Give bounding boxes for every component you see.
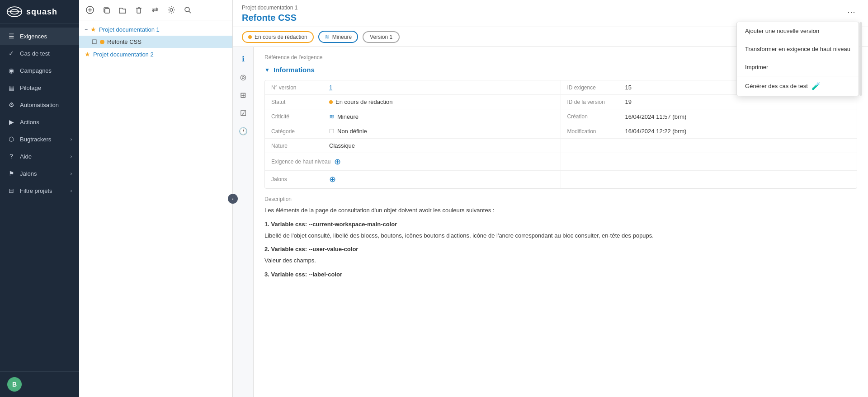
info-cell-statut: Statut En cours de rédaction: [265, 95, 561, 109]
avatar[interactable]: B: [7, 377, 22, 392]
add-exigence-button[interactable]: ⊕: [334, 157, 341, 167]
star-icon: ★: [90, 26, 96, 33]
description-label: Description: [264, 196, 857, 202]
sidebar-item-label: Pilotage: [20, 84, 41, 91]
criticite-icon: ≋: [325, 33, 330, 40]
variable-text-2: Valeur des champs.: [264, 256, 857, 266]
criticite-value: ≋ Mineure: [329, 113, 359, 120]
cas-test-icon: ✓: [7, 49, 15, 57]
criticite-label: Mineure: [332, 34, 352, 40]
version-badge[interactable]: Version 1: [363, 31, 400, 43]
add-jalon-button[interactable]: ⊕: [329, 174, 336, 184]
variable-title-2: 2. Variable css: --user-value-color: [264, 245, 857, 254]
side-tab-grid[interactable]: ⊞: [235, 87, 251, 103]
sidebar-item-label: Actions: [20, 119, 39, 126]
status-badge[interactable]: En cours de rédaction: [242, 31, 314, 43]
collapse-icon: −: [85, 26, 88, 33]
id-version-value: 19: [625, 98, 632, 105]
variable-title-1: 1. Variable css: --current-workspace-mai…: [264, 220, 857, 229]
version-value[interactable]: 1: [329, 84, 332, 91]
sidebar-item-actions[interactable]: ▶ Actions: [0, 113, 79, 131]
info-cell-modification: Modification 16/04/2024 12:22 (brm): [561, 124, 857, 139]
info-cell-categorie: Catégorie ☐ Non définie: [265, 124, 561, 139]
side-tab-target[interactable]: ◎: [235, 69, 251, 85]
target-icon: ◎: [240, 73, 246, 81]
criticite-label-text: Criticité: [271, 113, 326, 120]
project1-label: Projet documentation 1: [99, 26, 160, 33]
folder-button[interactable]: [116, 4, 129, 16]
sidebar-item-label: Filtre projets: [20, 187, 52, 194]
dropdown-generate-tests[interactable]: Générer des cas de test 🧪: [737, 76, 859, 96]
sidebar-item-label: Automatisation: [20, 102, 59, 108]
minor-icon: ≋: [329, 113, 335, 120]
statut-label: Statut: [271, 99, 326, 105]
modification-label: Modification: [567, 128, 622, 135]
statut-value: En cours de rédaction: [329, 98, 392, 105]
sidebar-item-pilotage[interactable]: ▦ Pilotage: [0, 79, 79, 96]
sidebar-item-label: Jalons: [20, 170, 37, 177]
generate-tests-label: Générer des cas de test: [745, 83, 808, 89]
statut-text: En cours de rédaction: [335, 98, 392, 105]
sidebar-item-bugtrackers[interactable]: ⬡ Bugtrackers ›: [0, 131, 79, 148]
dropdown-add-version[interactable]: Ajouter une nouvelle version: [737, 22, 859, 40]
side-tabs: ℹ ◎ ⊞ ☑ 🕐: [233, 47, 254, 397]
more-options-button[interactable]: ⋯: [844, 5, 859, 19]
sidebar-item-exigences[interactable]: ☰ Exigences: [0, 28, 79, 45]
side-tab-info[interactable]: ℹ: [235, 51, 251, 67]
side-tab-check[interactable]: ☑: [235, 105, 251, 121]
sidebar: squash ☰ Exigences ✓ Cas de test ◉ Campa…: [0, 0, 79, 397]
svg-rect-8: [137, 8, 141, 13]
tree-item-projet2[interactable]: ★ Projet documentation 2: [79, 48, 232, 61]
sidebar-item-jalons[interactable]: ⚑ Jalons ›: [0, 165, 79, 182]
variable-title-3: 3. Variable css: --label-color: [264, 270, 857, 280]
chevron-right-icon: ›: [71, 154, 72, 159]
expand-icon: ☐: [92, 38, 97, 45]
sidebar-item-aide[interactable]: ? Aide ›: [0, 148, 79, 165]
info-cell-nature: Nature Classique: [265, 139, 561, 153]
delete-button[interactable]: [132, 4, 145, 16]
tree-items: − ★ Projet documentation 1 ☐ Refonte CSS…: [79, 20, 232, 397]
categorie-text: Non définie: [337, 128, 367, 135]
status-dot: [100, 40, 104, 44]
print-label: Imprimer: [745, 64, 768, 70]
section-chevron-icon: ▼: [264, 67, 270, 73]
sidebar-item-label: Cas de test: [20, 50, 50, 57]
sidebar-item-campagnes[interactable]: ◉ Campagnes: [0, 62, 79, 79]
automatisation-icon: ⚙: [7, 101, 15, 109]
dropdown-print[interactable]: Imprimer: [737, 58, 859, 76]
sidebar-item-cas-test[interactable]: ✓ Cas de test: [0, 45, 79, 62]
add-node-button[interactable]: [84, 4, 96, 16]
sidebar-item-label: Bugtrackers: [20, 136, 51, 143]
status-dot-icon: [248, 35, 252, 39]
search-button[interactable]: [181, 4, 194, 16]
transform-label: Transformer en exigence de haut niveau: [745, 46, 850, 52]
categorie-label: Catégorie: [271, 128, 326, 135]
tree-item-refonte-css[interactable]: ☐ Refonte CSS: [79, 36, 232, 48]
header-actions: ⋯: [844, 5, 859, 19]
duplicate-button[interactable]: [100, 4, 113, 16]
transfer-button[interactable]: [149, 4, 161, 16]
pilotage-icon: ▦: [7, 84, 15, 92]
bugtrackers-icon: ⬡: [7, 135, 15, 143]
version-label-text: N° version: [271, 84, 326, 91]
statut-dot-icon: [329, 100, 333, 104]
info-cell-exigence-haut-niveau: Exigence de haut niveau ⊕: [265, 153, 561, 171]
sidebar-item-filtre-projets[interactable]: ⊟ Filtre projets ›: [0, 182, 79, 199]
criticite-badge[interactable]: ≋ Mineure: [318, 31, 358, 43]
side-tab-history[interactable]: 🕐: [235, 123, 251, 139]
content-body: ℹ ◎ ⊞ ☑ 🕐 Référence de l'exigence ▼ Info…: [233, 47, 868, 397]
info-cell-id-version: ID de la version 19: [561, 95, 857, 109]
dropdown-transform[interactable]: Transformer en exigence de haut niveau: [737, 40, 859, 58]
description-text: Les éléments de la page de consultation …: [264, 206, 857, 280]
tree-item-projet1[interactable]: − ★ Projet documentation 1: [79, 23, 232, 36]
info-cell-exigence-empty: [561, 153, 857, 171]
collapse-sidebar-button[interactable]: ‹: [228, 194, 238, 204]
tree-panel: ‹ − ★ Projet documentation 1: [79, 0, 233, 397]
sidebar-item-automatisation[interactable]: ⚙ Automatisation: [0, 96, 79, 113]
sidebar-navigation: ☰ Exigences ✓ Cas de test ◉ Campagnes ▦ …: [0, 24, 79, 371]
svg-line-13: [189, 11, 191, 13]
info-cell-nature-empty: [561, 139, 857, 153]
section-title: Informations: [274, 66, 315, 74]
id-exigence-value: 15: [625, 84, 632, 91]
settings-button[interactable]: [165, 4, 178, 16]
